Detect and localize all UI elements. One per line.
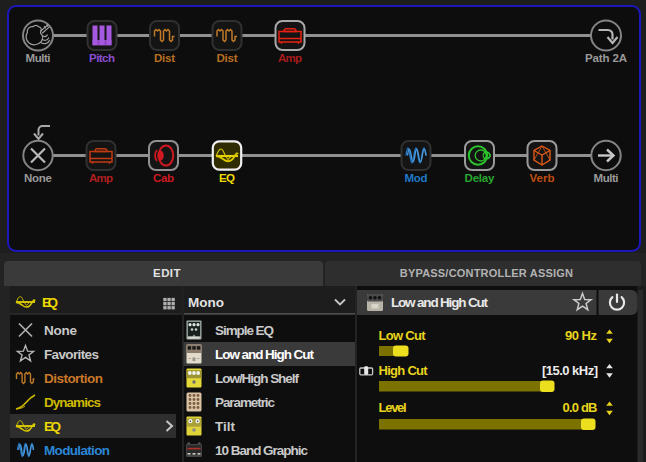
svg-text:EQ: EQ xyxy=(42,295,58,310)
svg-text:Pitch: Pitch xyxy=(89,52,115,64)
svg-text:0.0 dB: 0.0 dB xyxy=(563,400,598,415)
svg-text:Path 2A: Path 2A xyxy=(585,52,627,64)
svg-text:Dist: Dist xyxy=(154,52,175,64)
svg-text:Multi: Multi xyxy=(26,52,51,64)
svg-text:None: None xyxy=(24,172,52,184)
svg-text:Amp: Amp xyxy=(278,52,302,64)
svg-text:Level: Level xyxy=(379,400,407,415)
svg-text:Low/High Shelf: Low/High Shelf xyxy=(215,371,300,386)
svg-text:Parametric: Parametric xyxy=(215,395,275,410)
svg-text:Dist: Dist xyxy=(217,52,238,64)
svg-text:None: None xyxy=(44,323,77,338)
svg-text:Favorites: Favorites xyxy=(44,347,99,362)
svg-text:Mod: Mod xyxy=(405,172,428,184)
svg-text:Mono: Mono xyxy=(188,295,224,310)
svg-text:High Cut: High Cut xyxy=(379,363,429,378)
svg-text:Simple EQ: Simple EQ xyxy=(215,323,274,338)
svg-text:Dynamics: Dynamics xyxy=(44,395,101,410)
svg-text:Verb: Verb xyxy=(530,172,555,184)
svg-text:Tilt: Tilt xyxy=(215,419,236,434)
svg-text:Delay: Delay xyxy=(465,172,496,184)
svg-text:EQ: EQ xyxy=(44,419,61,434)
svg-text:90 Hz: 90 Hz xyxy=(565,328,598,343)
svg-text:Low and High Cut: Low and High Cut xyxy=(391,295,489,310)
svg-text:Amp: Amp xyxy=(89,172,113,184)
svg-text:Low Cut: Low Cut xyxy=(379,328,427,343)
svg-text:EQ: EQ xyxy=(219,172,235,184)
svg-text:[15.0 kHz]: [15.0 kHz] xyxy=(542,363,598,378)
svg-text:10 Band Graphic: 10 Band Graphic xyxy=(215,443,308,458)
svg-text:Distortion: Distortion xyxy=(44,371,103,386)
svg-text:Low and High Cut: Low and High Cut xyxy=(215,347,315,362)
svg-text:Multi: Multi xyxy=(594,172,619,184)
svg-text:Cab: Cab xyxy=(153,172,174,184)
svg-text:Modulation: Modulation xyxy=(44,443,110,458)
